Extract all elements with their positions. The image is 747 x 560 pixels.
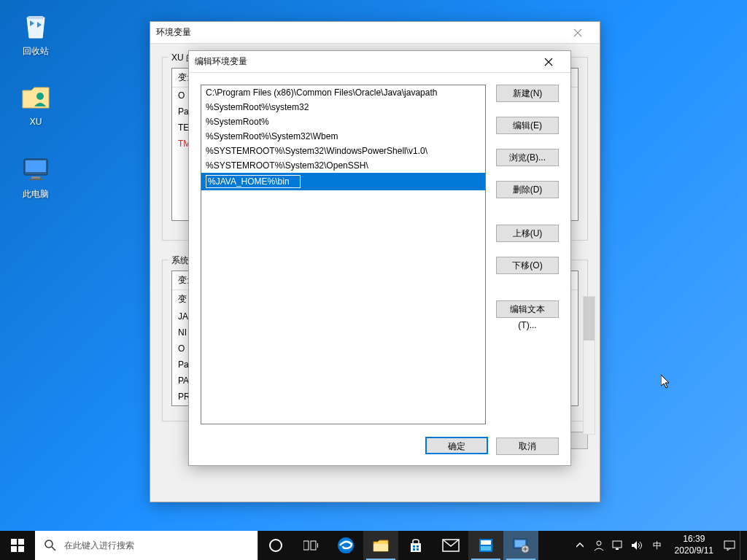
desktop-icon-recycle-bin[interactable]: 回收站 [9, 7, 63, 58]
svg-rect-5 [11, 539, 17, 545]
taskbar-app-explorer[interactable] [363, 531, 398, 560]
svg-point-28 [597, 541, 601, 545]
cancel-button[interactable]: 取消 [496, 438, 559, 455]
edge-icon [337, 537, 355, 554]
taskbar: 在此键入进行搜索 中 16:39 [0, 531, 747, 560]
move-down-button[interactable]: 下移(O) [496, 257, 559, 274]
close-button[interactable] [561, 23, 594, 43]
svg-point-0 [36, 93, 44, 100]
svg-rect-7 [11, 546, 17, 552]
svg-rect-20 [417, 548, 419, 551]
side-buttons: 新建(N) 编辑(E) 浏览(B)... 删除(D) 上移(U) 下移(O) 编… [496, 85, 559, 424]
system-properties-icon [512, 537, 530, 553]
svg-rect-16 [374, 544, 388, 551]
browse-button[interactable]: 浏览(B)... [496, 149, 559, 166]
taskbar-app-store[interactable] [398, 531, 433, 560]
edit-environment-variable-dialog: 编辑环境变量 C:\Program Files (x86)\Common Fil… [188, 50, 571, 466]
store-icon [408, 537, 424, 553]
tray-network-icon[interactable] [609, 531, 627, 560]
edit-button[interactable]: 编辑(E) [496, 117, 559, 134]
ok-button[interactable]: 确定 [425, 437, 488, 454]
settings-panel-icon [478, 537, 494, 553]
list-item[interactable]: %SYSTEMROOT%\System32\WindowsPowerShell\… [201, 144, 485, 158]
dialog-title: 环境变量 [156, 26, 561, 39]
path-edit-input[interactable] [206, 175, 301, 188]
svg-rect-31 [724, 541, 735, 548]
start-button[interactable] [0, 531, 35, 560]
svg-rect-24 [481, 546, 491, 551]
clock-time: 16:39 [675, 534, 713, 545]
cortana-button[interactable] [258, 531, 293, 560]
task-view-button[interactable] [293, 531, 328, 560]
close-button[interactable] [532, 52, 565, 72]
show-desktop-button[interactable] [740, 531, 744, 560]
svg-point-11 [270, 540, 282, 551]
task-view-icon [303, 540, 318, 551]
tray-notifications-button[interactable] [721, 531, 738, 560]
delete-button[interactable]: 删除(D) [496, 181, 559, 198]
svg-rect-12 [303, 541, 309, 550]
svg-rect-18 [417, 545, 419, 548]
svg-rect-13 [311, 541, 316, 550]
list-item[interactable]: %SystemRoot% [201, 114, 485, 129]
taskbar-search[interactable]: 在此键入进行搜索 [35, 531, 258, 560]
search-placeholder: 在此键入进行搜索 [64, 540, 134, 552]
folder-user-icon [18, 79, 53, 114]
desktop-icon-this-pc[interactable]: 此电脑 [9, 150, 63, 201]
dialog-titlebar[interactable]: 环境变量 [150, 22, 600, 44]
new-button[interactable]: 新建(N) [496, 85, 559, 102]
dialog-titlebar[interactable]: 编辑环境变量 [189, 51, 570, 73]
taskbar-app-mail[interactable] [433, 531, 468, 560]
scrollbar-thumb[interactable] [584, 297, 595, 341]
list-item[interactable]: C:\Program Files (x86)\Common Files\Orac… [201, 85, 485, 100]
svg-point-9 [45, 540, 53, 548]
chevron-up-icon [576, 542, 584, 548]
desktop-icon-label: XU [9, 117, 63, 127]
tray-overflow-button[interactable] [571, 531, 589, 560]
svg-rect-30 [616, 548, 619, 550]
list-item[interactable]: %SYSTEMROOT%\System32\OpenSSH\ [201, 158, 485, 173]
desktop-icon-label: 回收站 [9, 45, 63, 58]
svg-rect-6 [18, 539, 24, 545]
clock-date: 2020/9/11 [675, 545, 713, 557]
file-explorer-icon [373, 538, 389, 553]
scrollbar[interactable] [583, 296, 595, 435]
system-tray: 中 16:39 2020/9/11 [568, 531, 747, 560]
svg-rect-29 [613, 541, 622, 548]
desktop-icon-label: 此电脑 [9, 188, 63, 201]
close-icon [544, 58, 553, 66]
taskbar-app-system[interactable] [503, 531, 538, 560]
svg-rect-14 [317, 543, 318, 548]
taskbar-app-settings[interactable] [468, 531, 503, 560]
path-entries-list[interactable]: C:\Program Files (x86)\Common Files\Orac… [201, 85, 486, 424]
list-item[interactable]: %SystemRoot%\System32\Wbem [201, 129, 485, 144]
list-item-editing[interactable] [201, 173, 485, 190]
svg-rect-3 [31, 176, 40, 179]
network-icon [611, 540, 624, 551]
volume-icon [630, 540, 643, 551]
svg-line-10 [52, 547, 55, 551]
svg-rect-2 [26, 160, 46, 172]
windows-logo-icon [11, 539, 24, 552]
taskbar-app-edge[interactable] [328, 531, 363, 560]
cortana-icon [268, 538, 283, 553]
recycle-bin-icon [18, 7, 53, 42]
tray-ime-indicator[interactable]: 中 [647, 531, 667, 560]
search-icon [44, 539, 57, 552]
tray-people-icon[interactable] [590, 531, 608, 560]
notifications-icon [723, 540, 736, 551]
desktop-icon-xu-folder[interactable]: XU [9, 79, 63, 127]
tray-volume-icon[interactable] [628, 531, 646, 560]
people-icon [592, 539, 605, 552]
move-up-button[interactable]: 上移(U) [496, 225, 559, 242]
svg-rect-23 [481, 540, 491, 545]
mail-icon [442, 539, 460, 552]
dialog-bottom-buttons: 确定 取消 [419, 437, 559, 455]
close-icon [573, 28, 582, 37]
dialog-title: 编辑环境变量 [195, 55, 532, 68]
tray-clock[interactable]: 16:39 2020/9/11 [669, 534, 719, 556]
list-item[interactable]: %SystemRoot%\system32 [201, 100, 485, 114]
svg-rect-19 [413, 548, 415, 551]
svg-rect-4 [28, 179, 43, 180]
edit-text-button[interactable]: 编辑文本(T)... [496, 300, 559, 318]
